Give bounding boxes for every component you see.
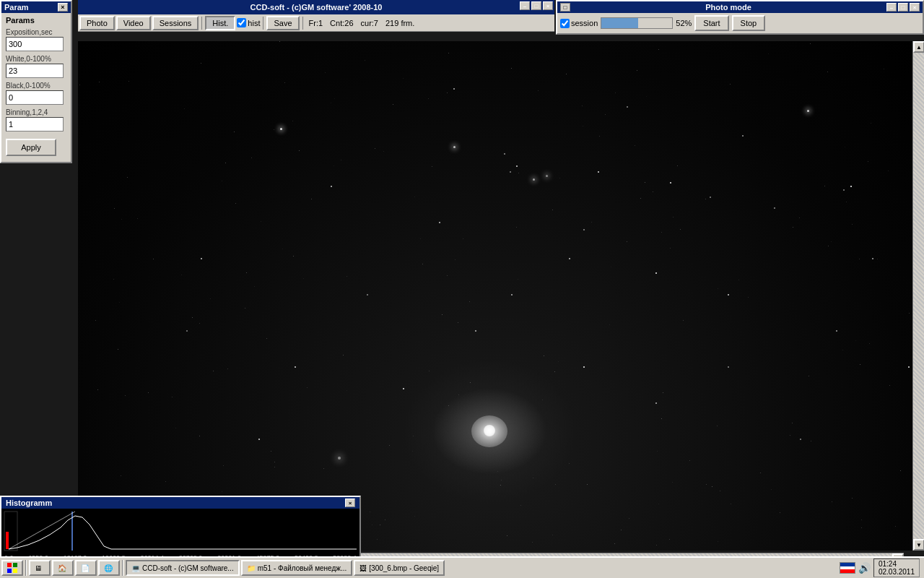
bg-star-130: [201, 63, 201, 64]
bg-star-182: [852, 498, 853, 499]
star-27: [258, 439, 260, 440]
bg-star-46: [372, 525, 372, 525]
hist-checkbox[interactable]: [237, 18, 246, 27]
star-31: [511, 294, 513, 296]
progress-bar-fill: [601, 18, 638, 28]
bg-star-36: [591, 222, 592, 223]
histogram-titlebar: Histogramm ×: [1, 497, 359, 509]
taskbar-ccd-btn[interactable]: 💻 CCD-soft - (c)GM software...: [126, 560, 240, 576]
star-7: [516, 165, 518, 167]
video-tab-btn[interactable]: Video: [116, 16, 151, 30]
taskbar-icon-monitor[interactable]: 🖥: [29, 560, 51, 576]
start-button[interactable]: [1, 560, 23, 576]
taskbar-sep-1: [25, 560, 27, 576]
photo-maximize-btn[interactable]: □: [898, 3, 908, 12]
session-checkbox[interactable]: [560, 19, 570, 28]
bg-star-3: [615, 92, 616, 93]
bg-star-138: [127, 177, 128, 178]
taskbar-img-btn[interactable]: 🖼 [300_6.bmp - Geeqie]: [354, 560, 445, 576]
bg-star-162: [661, 232, 662, 233]
bg-star-85: [680, 229, 681, 230]
photo-minimize-btn[interactable]: –: [886, 3, 897, 12]
star-40: [800, 439, 801, 440]
hist-check-label[interactable]: hist: [237, 18, 260, 27]
save-btn[interactable]: Save: [266, 16, 299, 30]
star-0: [201, 258, 202, 259]
bg-star-132: [712, 486, 712, 487]
session-check-label[interactable]: session: [560, 19, 598, 28]
black-input[interactable]: [6, 90, 64, 105]
star-34: [403, 388, 404, 389]
photo-tab-btn[interactable]: Photo: [79, 16, 115, 30]
star-23: [367, 294, 368, 296]
taskbar-icon-files[interactable]: 📄: [75, 560, 97, 576]
main-titlebar-buttons: – □ ×: [520, 1, 553, 10]
scroll-down-btn[interactable]: ▼: [913, 539, 924, 551]
star-26: [186, 330, 188, 332]
bg-star-77: [583, 126, 583, 126]
bg-star-31: [658, 49, 659, 50]
bg-star-197: [520, 505, 521, 506]
bg-star-64: [871, 123, 871, 124]
clock-display: 01:24 02.03.2011: [873, 558, 920, 577]
hist-btn[interactable]: Hist.: [205, 16, 235, 30]
star-25: [439, 222, 440, 223]
toolbar-sep-1: [201, 17, 202, 30]
bg-star-196: [377, 539, 378, 540]
bg-star-170: [375, 148, 375, 149]
binning-input[interactable]: [6, 117, 64, 131]
bg-star-117: [266, 338, 267, 339]
histogram-close-btn[interactable]: ×: [345, 499, 355, 507]
bg-star-167: [235, 203, 236, 204]
taskbar-file-btn[interactable]: 📁 m51 - Файловый менедж...: [241, 560, 353, 576]
star-24: [295, 366, 296, 368]
bg-star-112: [657, 451, 658, 452]
apply-button[interactable]: Apply: [6, 139, 56, 156]
progress-percent: 52%: [676, 19, 692, 27]
star-13: [774, 207, 775, 209]
bg-star-108: [192, 317, 193, 318]
scroll-track-right[interactable]: [913, 53, 924, 539]
bg-star-13: [663, 392, 663, 393]
param-close-btn[interactable]: ×: [58, 3, 68, 12]
scroll-up-btn[interactable]: ▲: [913, 41, 924, 53]
main-title: CCD-soft - (c)GM software' 2008-10: [250, 3, 383, 12]
files-icon: 📄: [81, 564, 90, 572]
bg-star-84: [323, 468, 324, 469]
bg-star-134: [720, 491, 720, 491]
star-30: [872, 258, 873, 259]
clock-area: 🔊 01:24 02.03.2011: [840, 558, 923, 577]
bg-star-78: [274, 129, 274, 130]
image-area[interactable]: [78, 41, 915, 551]
bg-star-163: [808, 376, 809, 376]
main-close-btn[interactable]: ×: [543, 1, 553, 10]
stop-btn[interactable]: Stop: [732, 15, 766, 31]
star-4: [453, 146, 456, 148]
star-16: [850, 186, 852, 187]
fr-status: Fr:1: [306, 19, 326, 27]
bg-star-20: [640, 198, 641, 199]
taskbar-icon-browser[interactable]: 🌐: [98, 560, 120, 576]
sessions-tab-btn[interactable]: Sessions: [152, 16, 199, 30]
white-input[interactable]: [6, 64, 64, 78]
taskbar-ccd-label: CCD-soft - (c)GM software...: [142, 564, 234, 572]
photo-close-btn[interactable]: ×: [910, 3, 920, 12]
star-9: [546, 175, 548, 177]
star-12: [710, 197, 711, 198]
home-icon: 🏠: [58, 564, 66, 572]
svg-rect-5: [7, 563, 12, 567]
param-titlebar: Param ×: [1, 1, 71, 13]
bg-star-115: [544, 355, 544, 356]
photo-restore-btn[interactable]: □: [560, 3, 570, 12]
start-btn[interactable]: Start: [694, 15, 728, 31]
main-maximize-btn[interactable]: □: [531, 1, 541, 10]
exposition-input[interactable]: [6, 37, 64, 51]
svg-rect-7: [7, 569, 12, 573]
bg-star-27: [705, 199, 706, 199]
taskbar-icon-home[interactable]: 🏠: [52, 560, 74, 576]
star-32: [583, 366, 585, 368]
svg-rect-8: [13, 569, 17, 573]
main-minimize-btn[interactable]: –: [520, 1, 530, 10]
scrollbar-right[interactable]: ▲ ▼: [912, 41, 924, 551]
param-title: Param: [4, 3, 29, 12]
